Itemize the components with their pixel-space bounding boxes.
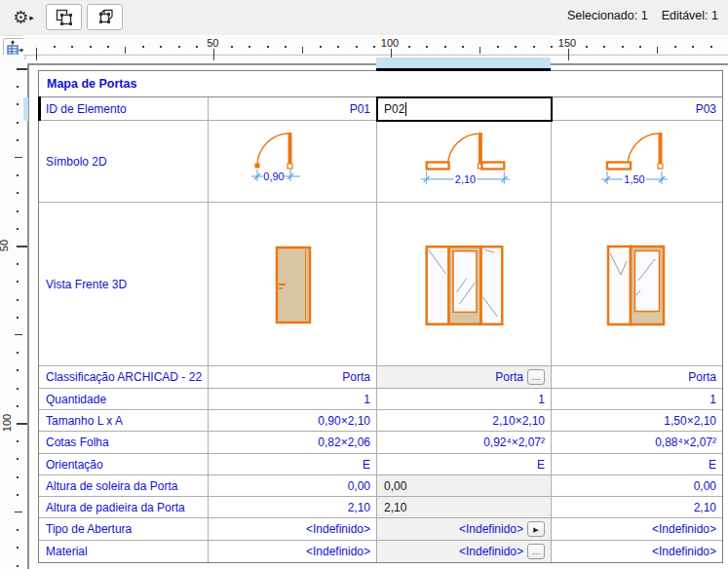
ruler-tick [15,157,22,158]
cell-quantidade-p02[interactable]: 1 [377,389,552,410]
door-symbol-2d-p01[interactable]: 0,90 [209,121,377,203]
ruler-tick [231,46,233,48]
cell-id-p02-edit-box[interactable]: P02 [377,97,552,121]
cell-orientacao-p02[interactable]: E [377,454,552,475]
selected-row-ruler-highlight [23,97,28,121]
ruler-tick [17,565,19,567]
ruler-tick [36,48,37,60]
option-popup-button[interactable]: ▶ [527,521,545,537]
ruler-tick [710,46,712,48]
ruler-tick [17,476,19,478]
cell-orientacao-p01[interactable]: E [209,454,377,475]
row-label-altura-padieira[interactable]: Altura de padieira da Porta [39,497,209,518]
ruler-tick [17,281,19,283]
row-label-altura-soleira[interactable]: Altura de soleira da Porta [39,475,209,497]
ruler-tick [17,440,19,442]
door-symbol-2d-p02[interactable]: 2,10 [377,121,552,203]
ruler-tick [142,46,144,48]
cell-tipo-p01[interactable]: <Indefinido> [209,518,377,541]
ruler-tick [17,299,19,301]
selected-column-ruler-highlight [376,57,551,68]
material-browse-button[interactable]: … [527,544,545,559]
ruler-tick [603,46,605,48]
ruler-tick [568,48,569,60]
cell-classificacao-p01[interactable]: Porta [209,366,377,389]
horizontal-ruler[interactable]: 50100150 [23,35,728,56]
ruler-tick [356,46,358,48]
ruler-tick [497,46,499,48]
classification-browse-button[interactable]: … [527,369,545,385]
ruler-tick [213,48,214,60]
cell-padieira-p03[interactable]: 2,10 [552,497,722,518]
cell-quantidade-p01[interactable]: 1 [209,389,377,410]
row-label-vista-frente-3d[interactable]: Vista Frente 3D [39,203,209,366]
ruler-tick [17,122,19,124]
cell-quantidade-p03[interactable]: 1 [552,389,722,410]
row-label-orientacao[interactable]: Orientação [39,454,209,475]
ruler-tick [267,46,269,48]
cell-material-p02[interactable]: <Indefinido>… [377,541,552,562]
cell-tamanho-p01[interactable]: 0,90×2,10 [209,410,377,432]
selected-row-marker [38,96,41,121]
row-label-tipo-abertura[interactable]: Tipo de Abertura [39,518,209,541]
row-label-quantidade[interactable]: Quantidade [39,389,209,410]
ruler-tick [196,46,198,48]
svg-text:0,90: 0,90 [263,171,284,182]
door-front-3d-p02[interactable] [377,203,552,366]
cell-padieira-p01[interactable]: 2,10 [209,497,377,518]
ruler-tick [17,352,19,354]
text-caret [405,102,406,116]
cell-tipo-p02[interactable]: <Indefinido>▶ [377,518,552,541]
ruler-tick [17,263,19,265]
select-in-3d-button[interactable] [87,4,123,30]
ruler-tick [285,46,287,48]
ruler-tick [15,512,22,512]
ruler-tick [178,46,180,48]
select-in-2d-button[interactable] [46,4,82,30]
row-label-classificacao[interactable]: Classificação ARCHICAD - 22 [39,366,209,389]
row-label-simbolo-2d[interactable]: Símbolo 2D [39,121,209,203]
cell-classificacao-p03[interactable]: Porta [552,366,722,389]
cell-id-p03[interactable]: P03 [552,97,722,121]
cell-soleira-p01[interactable]: 0,00 [209,475,377,497]
settings-menu-button[interactable]: ⚙▸ [5,4,42,30]
cell-orientacao-p03[interactable]: E [552,454,722,475]
vertical-ruler[interactable]: 50100 [0,55,23,569]
row-label-tamanho[interactable]: Tamanho L x A [39,410,209,432]
cell-cotas-p01[interactable]: 0,82×2,06 [209,432,377,454]
edit-text: P02 [384,102,404,116]
svg-text:1,50: 1,50 [624,173,644,185]
cell-material-p03[interactable]: <Indefinido> [552,541,722,562]
cell-tamanho-p02[interactable]: 2,10×2,10 [377,410,552,432]
ruler-label: 100 [380,37,400,49]
ruler-tick [302,47,303,54]
cell-cotas-p03[interactable]: 0,88⁴×2,07² [552,432,722,454]
cell-id-p01[interactable]: P01 [209,97,377,121]
ellipsis-icon: … [532,373,541,382]
cell-tamanho-p03[interactable]: 1,50×2,10 [552,410,722,432]
cell-soleira-p03[interactable]: 0,00 [552,475,722,497]
ruler-tick [17,86,19,88]
door-front-3d-p01[interactable] [209,203,377,366]
door-symbol-2d-p03[interactable]: 1,50 [552,121,722,203]
row-label-cotas-folha[interactable]: Cotas Folha [39,432,209,454]
selected-column-marker [376,68,551,71]
cell-padieira-p02-editable[interactable]: 2,10 [377,497,552,518]
cell-material-p01[interactable]: <Indefinido> [209,541,377,562]
editable-count: Editável: 1 [662,9,718,22]
cell-cotas-p02[interactable]: 0,92⁴×2,07² [377,432,552,454]
cell-value: <Indefinido> [459,522,523,536]
svg-text:2,10: 2,10 [455,172,476,184]
ruler-tick [479,47,480,54]
row-label-material[interactable]: Material [39,541,209,562]
ruler-tick [444,46,446,48]
selected-count: Selecionado: 1 [567,9,648,22]
door-front-3d-p03[interactable] [552,203,722,366]
ruler-label: 150 [557,37,577,49]
selection-status: Selecionado: 1 Editável: 1 [567,9,718,22]
cell-tipo-p03[interactable]: <Indefinido> [552,518,722,541]
ruler-tick [71,46,73,48]
cell-classificacao-p02[interactable]: Porta… [377,366,552,389]
row-label-id-de-elemento[interactable]: ID de Elemento [39,97,209,121]
cell-soleira-p02-editable[interactable]: 0,00 [377,475,552,497]
